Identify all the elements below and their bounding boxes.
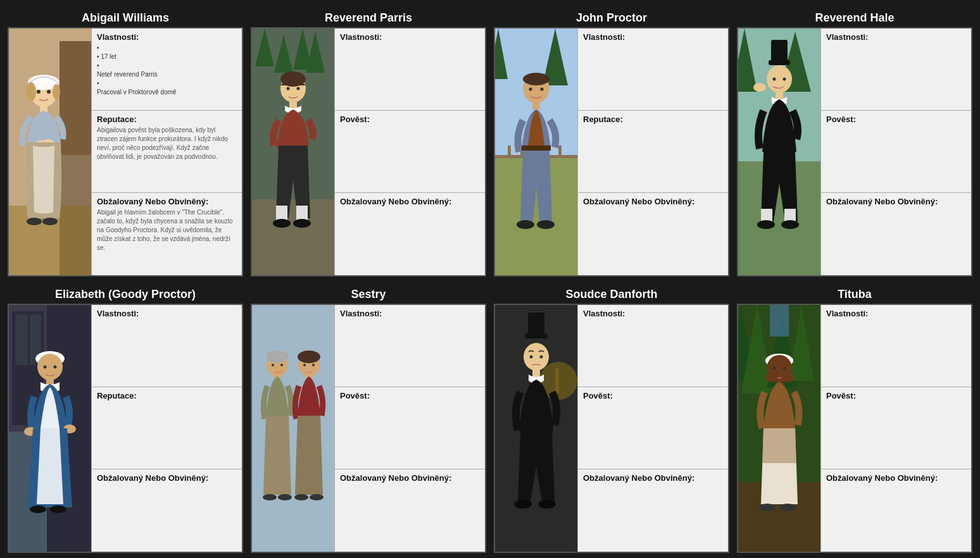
svg-rect-61 (776, 92, 783, 99)
card-content-abigail: Vlastnosti: • • 17 let • Neteř reverend … (91, 28, 242, 275)
card-hale: Vlastnosti: Pověst: Obžalovaný Nebo Obvi… (737, 27, 972, 276)
card-content-tituba: Vlastnosti: Pověst: Obžalovaný Nebo Obvi… (820, 305, 971, 552)
reputace-label-danforth: Pověst: (583, 391, 723, 400)
obzalovany-label-sestry: Obžalovaný Nebo Obviněný: (340, 473, 480, 483)
vlastnosti-label-sestry: Vlastnosti: (340, 309, 480, 318)
character-cell-john: John Proctor (494, 8, 729, 276)
reputace-section-parris: Pověst: (335, 111, 485, 193)
character-image-elizabeth (9, 305, 91, 552)
character-title-abigail: Abigail Williams (8, 8, 243, 27)
reputace-label-parris: Pověst: (340, 115, 480, 124)
vlastnosti-section-hale: Vlastnosti: (821, 28, 971, 111)
card-content-sestry: Vlastnosti: Pověst: Obžalovaný Nebo Obvi… (334, 305, 485, 552)
svg-rect-48 (522, 146, 551, 151)
card-tituba: Vlastnosti: Pověst: Obžalovaný Nebo Obvi… (737, 304, 972, 553)
character-image-parris (252, 28, 334, 275)
svg-point-62 (753, 83, 766, 92)
character-title-danforth: Soudce Danforth (494, 284, 729, 304)
card-content-danforth: Vlastnosti: Pověst: Obžalovaný Nebo Obvi… (577, 305, 728, 552)
character-title-john: John Proctor (494, 8, 729, 27)
obzalovany-label-john: Obžalovaný Nebo Obviněný: (583, 197, 723, 206)
svg-point-86 (272, 364, 274, 366)
card-sestry: Vlastnosti: Pověst: Obžalovaný Nebo Obvi… (251, 304, 486, 553)
svg-rect-57 (771, 40, 788, 61)
svg-point-107 (514, 500, 532, 509)
obzalovany-text-abigail: Abigail je hlavním žalobcem v "The Cruci… (97, 208, 237, 252)
vlastnosti-label-elizabeth: Vlastnosti: (97, 309, 237, 318)
reputace-section-hale: Pověst: (821, 111, 971, 193)
vlastnosti-section-parris: Vlastnosti: (335, 28, 485, 111)
card-content-parris: Vlastnosti: Pověst: Obžalovaný Nebo Obvi… (334, 28, 485, 275)
card-parris: Vlastnosti: Pověst: Obžalovaný Nebo Obvi… (251, 27, 486, 276)
svg-rect-26 (289, 101, 297, 109)
svg-point-85 (266, 350, 289, 363)
svg-point-58 (767, 65, 792, 93)
svg-point-46 (541, 88, 544, 91)
obzalovany-label-abigail: Obžalovaný Nebo Obviněný: (97, 197, 237, 206)
svg-point-44 (523, 73, 550, 85)
vlastnosti-section-abigail: Vlastnosti: • • 17 let • Neteř reverend … (92, 28, 242, 111)
svg-point-30 (273, 219, 291, 228)
svg-point-108 (538, 500, 556, 509)
svg-point-122 (781, 373, 794, 382)
obzalovany-section-elizabeth: Obžalovaný Nebo Obviněný: (92, 469, 242, 552)
character-image-danforth (495, 305, 577, 552)
card-content-elizabeth: Vlastnosti: Reputace: Obžalovaný Nebo Ob… (91, 305, 242, 552)
character-image-tituba (738, 305, 820, 552)
reputace-section-danforth: Pověst: (578, 387, 728, 469)
svg-point-50 (537, 220, 555, 229)
svg-rect-83 (252, 305, 334, 552)
svg-point-96 (294, 494, 308, 500)
svg-point-25 (297, 87, 300, 90)
card-john: Vlastnosti: Reputace: Obžalovaný Nebo Ob… (494, 27, 729, 276)
reputace-section-elizabeth: Reputace: (92, 387, 242, 469)
vlastnosti-label-hale: Vlastnosti: (826, 32, 966, 42)
character-title-sestry: Sestry (251, 284, 486, 304)
svg-point-45 (529, 88, 532, 91)
svg-point-90 (278, 494, 292, 500)
svg-point-105 (540, 356, 543, 359)
obzalovany-label-hale: Obžalovaný Nebo Obviněný: (826, 197, 966, 206)
svg-point-31 (293, 219, 311, 228)
vlastnosti-label-john: Vlastnosti: (583, 32, 723, 42)
svg-point-104 (530, 356, 533, 359)
svg-point-103 (524, 343, 549, 371)
reputace-section-john: Reputace: (578, 111, 728, 193)
svg-point-7 (26, 82, 36, 101)
card-elizabeth: Vlastnosti: Reputace: Obžalovaný Nebo Ob… (8, 304, 243, 553)
svg-point-60 (783, 78, 786, 81)
obzalovany-label-parris: Obžalovaný Nebo Obviněný: (340, 197, 480, 206)
obzalovany-section-abigail: Obžalovaný Nebo Obviněný: Abigail je hla… (92, 193, 242, 275)
obzalovany-section-danforth: Obžalovaný Nebo Obviněný: (578, 469, 728, 552)
character-cell-abigail: Abigail Williams (8, 8, 243, 276)
svg-point-9 (37, 90, 41, 94)
svg-rect-72 (15, 314, 28, 365)
card-abigail: Vlastnosti: • • 17 let • Neteř reverend … (8, 27, 243, 276)
character-title-tituba: Tituba (737, 284, 972, 304)
svg-rect-102 (528, 313, 544, 335)
reputace-label-hale: Pověst: (826, 115, 966, 124)
reputace-label-abigail: Reputace: (97, 115, 237, 124)
reputace-label-john: Reputace: (583, 115, 723, 124)
character-image-sestry (252, 305, 334, 552)
svg-point-119 (783, 367, 786, 370)
vlastnosti-label-tituba: Vlastnosti: (826, 309, 966, 318)
svg-point-65 (757, 220, 775, 229)
svg-point-76 (44, 366, 47, 369)
vlastnosti-section-tituba: Vlastnosti: (821, 305, 971, 387)
vlastnosti-section-john: Vlastnosti: (578, 28, 728, 111)
svg-rect-114 (770, 305, 789, 337)
character-cell-sestry: Sestry (251, 284, 486, 553)
svg-point-124 (779, 504, 796, 511)
character-cell-elizabeth: Elizabeth (Goody Proctor) (8, 284, 243, 553)
character-image-john (495, 28, 577, 275)
svg-point-87 (280, 364, 283, 366)
card-content-john: Vlastnosti: Reputace: Obžalovaný Nebo Ob… (577, 28, 728, 275)
svg-point-15 (42, 218, 58, 225)
svg-point-97 (310, 494, 324, 500)
svg-point-14 (27, 218, 42, 225)
svg-point-121 (765, 373, 777, 382)
svg-point-94 (312, 364, 315, 366)
vlastnosti-section-sestry: Vlastnosti: (335, 305, 485, 387)
svg-point-123 (759, 504, 776, 511)
